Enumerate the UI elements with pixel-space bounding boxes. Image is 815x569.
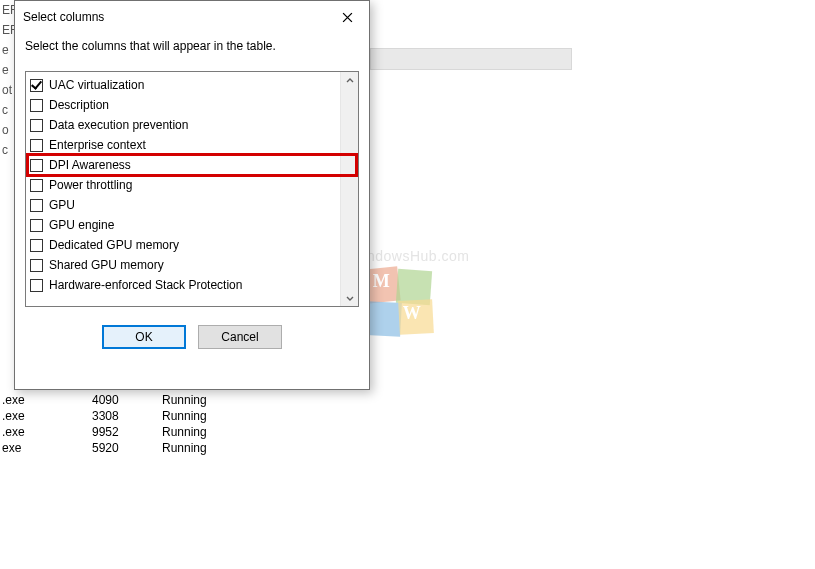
column-checkbox[interactable]: [30, 179, 43, 192]
column-label: DPI Awareness: [49, 158, 131, 172]
column-checkbox[interactable]: [30, 219, 43, 232]
process-status: Running: [162, 424, 262, 440]
column-option[interactable]: Hardware-enforced Stack Protection: [28, 275, 356, 295]
process-pid: 3308: [92, 408, 162, 424]
column-label: Power throttling: [49, 178, 132, 192]
column-label: Shared GPU memory: [49, 258, 164, 272]
column-option[interactable]: Description: [28, 95, 356, 115]
process-pid: 4090: [92, 392, 162, 408]
table-row: .exe3308Running: [0, 408, 262, 424]
column-checkbox[interactable]: [30, 259, 43, 272]
column-label: Hardware-enforced Stack Protection: [49, 278, 242, 292]
scroll-up-button[interactable]: [341, 72, 358, 89]
table-row: .exe9952Running: [0, 424, 262, 440]
close-icon: [342, 12, 353, 23]
dialog-titlebar[interactable]: Select columns: [15, 1, 369, 33]
column-option[interactable]: GPU engine: [28, 215, 356, 235]
close-button[interactable]: [325, 2, 369, 32]
column-option[interactable]: GPU: [28, 195, 356, 215]
column-label: UAC virtualization: [49, 78, 144, 92]
process-status: Running: [162, 408, 262, 424]
scroll-down-button[interactable]: [341, 289, 358, 306]
column-option[interactable]: Shared GPU memory: [28, 255, 356, 275]
dialog-button-row: OK Cancel: [15, 325, 369, 349]
column-label: Dedicated GPU memory: [49, 238, 179, 252]
column-label: Enterprise context: [49, 138, 146, 152]
select-columns-dialog: Select columns Select the columns that w…: [14, 0, 370, 390]
column-option[interactable]: Dedicated GPU memory: [28, 235, 356, 255]
column-label: GPU: [49, 198, 75, 212]
column-checkbox[interactable]: [30, 119, 43, 132]
column-label: GPU engine: [49, 218, 114, 232]
process-name: .exe: [0, 408, 92, 424]
process-status: Running: [162, 392, 262, 408]
process-name: .exe: [0, 392, 92, 408]
process-name: exe: [0, 440, 92, 456]
column-checkbox[interactable]: [30, 79, 43, 92]
ok-button[interactable]: OK: [102, 325, 186, 349]
table-row: .exe4090Running: [0, 392, 262, 408]
cancel-button[interactable]: Cancel: [198, 325, 282, 349]
column-label: Description: [49, 98, 109, 112]
table-row: exe5920Running: [0, 440, 262, 456]
column-option[interactable]: Enterprise context: [28, 135, 356, 155]
column-checkbox[interactable]: [30, 199, 43, 212]
column-option[interactable]: DPI Awareness: [28, 155, 356, 175]
column-label: Data execution prevention: [49, 118, 188, 132]
column-checkbox[interactable]: [30, 279, 43, 292]
dialog-title: Select columns: [23, 10, 325, 24]
column-option[interactable]: Power throttling: [28, 175, 356, 195]
column-option[interactable]: Data execution prevention: [28, 115, 356, 135]
process-status: Running: [162, 440, 262, 456]
chevron-down-icon: [346, 294, 354, 302]
process-name: .exe: [0, 424, 92, 440]
background-header-strip: [370, 48, 572, 70]
column-checkbox[interactable]: [30, 139, 43, 152]
chevron-up-icon: [346, 77, 354, 85]
process-pid: 9952: [92, 424, 162, 440]
listbox-scrollbar[interactable]: [340, 72, 358, 306]
column-checkbox[interactable]: [30, 239, 43, 252]
column-checkbox[interactable]: [30, 99, 43, 112]
process-pid: 5920: [92, 440, 162, 456]
column-option[interactable]: UAC virtualization: [28, 75, 356, 95]
background-process-rows: .exe4090Running.exe3308Running.exe9952Ru…: [0, 392, 262, 456]
dialog-instruction: Select the columns that will appear in t…: [15, 33, 369, 63]
column-checkbox[interactable]: [30, 159, 43, 172]
columns-listbox[interactable]: UAC virtualizationDescriptionData execut…: [25, 71, 359, 307]
background-left-fragments: EFEFeeotcoc: [0, 0, 14, 390]
